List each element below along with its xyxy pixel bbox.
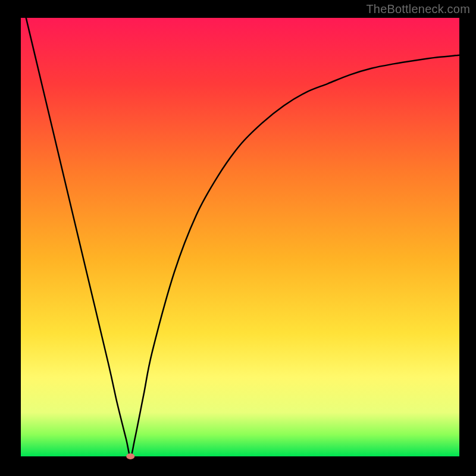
chart-frame: TheBottleneck.com <box>0 0 476 476</box>
watermark-label: TheBottleneck.com <box>366 2 470 16</box>
bottleneck-chart <box>0 0 476 476</box>
plot-background <box>21 18 459 456</box>
minimum-marker <box>126 453 134 459</box>
